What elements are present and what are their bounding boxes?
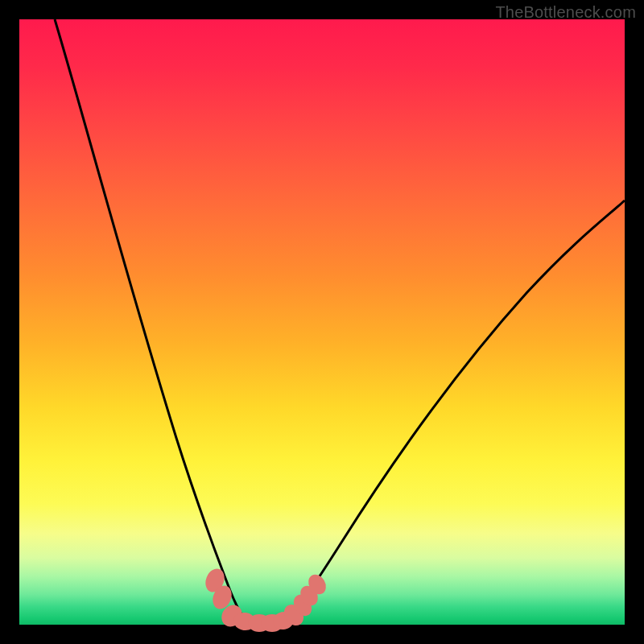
marker-group: [202, 566, 329, 632]
curve-right-branch: [285, 200, 625, 621]
chart-frame: TheBottleneck.com: [0, 0, 644, 644]
chart-svg: [19, 19, 625, 625]
watermark-text: TheBottleneck.com: [495, 3, 636, 22]
curve-left-branch: [55, 19, 246, 620]
